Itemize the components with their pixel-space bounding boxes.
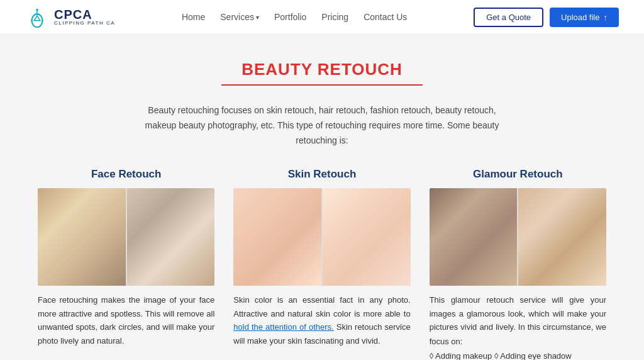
nav-home[interactable]: Home [182,12,205,22]
retouch-columns: Face Retouch Face retouching makes the i… [38,168,606,360]
svg-point-3 [31,20,33,21]
glamour-retouch-desc: This glamour retouch service will give y… [430,293,606,360]
face-retouch-column: Face Retouch Face retouching makes the i… [38,168,214,347]
face-retouch-desc: Face retouching makes the image of your … [38,293,214,347]
skin-after-image [323,188,411,286]
skin-before-image [233,188,321,286]
get-quote-button[interactable]: Get a Quote [474,8,543,27]
services-dropdown-arrow[interactable]: ▾ [256,14,259,21]
svg-point-2 [36,9,38,11]
upload-icon: ↑ [604,13,608,22]
glamour-before-image [430,188,518,286]
page-title-section: BEAUTY RETOUCH [38,60,606,86]
skin-retouch-desc: Skin color is an essential fact in any p… [233,293,410,347]
glamour-retouch-column: Glamour Retouch This glamour retouch ser… [430,168,606,360]
upload-file-button[interactable]: Upload file ↑ [550,8,619,27]
intro-text: Beauty retouching focuses on skin retouc… [133,103,511,148]
main-content: BEAUTY RETOUCH Beauty retouching focuses… [0,35,644,360]
nav-portfolio[interactable]: Portfolio [274,12,306,22]
skin-desc-before: Skin color is an essential fact in any p… [233,295,410,318]
nav-services[interactable]: Services [220,12,254,22]
skin-retouch-images [233,188,410,286]
face-after-image [127,188,215,286]
glamour-retouch-images [430,188,606,286]
glamour-desc-intro: This glamour retouch service will give y… [430,295,606,346]
svg-point-4 [42,20,43,21]
logo-brand: CPCA [54,8,115,21]
skin-retouch-column: Skin Retouch Skin color is an essential … [233,168,410,347]
logo-tagline: CLIPPING PATH CA [54,21,115,26]
face-retouch-title: Face Retouch [38,168,214,181]
main-nav: Home Services ▾ Portfolio Pricing Contac… [182,12,407,22]
glamour-retouch-title: Glamour Retouch [430,168,606,181]
svg-marker-1 [34,16,40,21]
face-before-image [38,188,126,286]
glamour-focus-list: ◊ Adding makeup ◊ Adding eye shadow ◊ Co… [430,351,581,360]
skin-desc-underline: hold the attention of others. [233,322,333,332]
skin-retouch-title: Skin Retouch [233,168,410,181]
header-actions: Get a Quote Upload file ↑ [474,8,619,27]
logo-text: CPCA CLIPPING PATH CA [54,8,115,26]
nav-services-wrapper: Services ▾ [220,12,259,22]
site-header: CPCA CLIPPING PATH CA Home Services ▾ Po… [0,0,644,35]
title-underline [221,84,423,86]
logo-icon [25,5,49,29]
glamour-focus-item-1: ◊ Adding makeup ◊ Adding eye shadow [430,351,572,360]
face-retouch-images [38,188,214,286]
upload-label: Upload file [561,13,599,22]
page-title: BEAUTY RETOUCH [38,60,606,79]
glamour-after-image [518,188,606,286]
nav-contact[interactable]: Contact Us [364,12,407,22]
logo[interactable]: CPCA CLIPPING PATH CA [25,5,115,29]
nav-pricing[interactable]: Pricing [321,12,348,22]
